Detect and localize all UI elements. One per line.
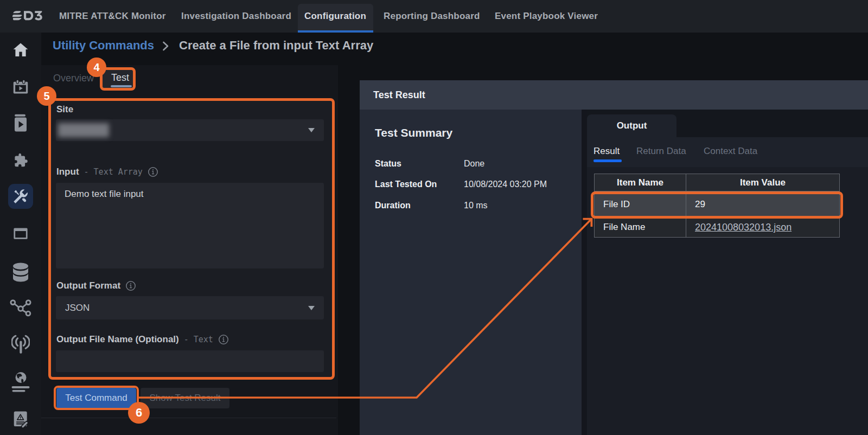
nav-item-label: Investigation Dashboard	[181, 11, 291, 22]
antenna-icon[interactable]	[11, 335, 30, 354]
subtab-result[interactable]: Result	[593, 146, 620, 157]
nav-item-label: Reporting Dashboard	[384, 11, 480, 22]
database-icon[interactable]	[12, 263, 29, 282]
video-book-icon[interactable]	[14, 114, 27, 132]
column-header-item-value: Item Value	[686, 174, 840, 191]
test-result-header: Test Result	[360, 80, 868, 110]
nav-item-event-playbook-viewer[interactable]: Event Playbook Viewer	[495, 0, 598, 33]
last-tested-on-label: Last Tested On	[375, 180, 437, 189]
file-name-name-cell: File Name	[595, 218, 686, 238]
subtab-return-data[interactable]: Return Data	[636, 146, 686, 157]
show-test-result-button-label: Show Test Result	[149, 393, 220, 404]
annotation-box-file-id-row	[591, 191, 843, 219]
last-tested-on-value: 10/08/2024 03:20 PM	[464, 180, 547, 189]
duration-value: 10 ms	[464, 201, 488, 210]
app-window: MITRE ATT&CK Monitor Investigation Dashb…	[0, 0, 868, 435]
nav-item-label: MITRE ATT&CK Monitor	[59, 11, 166, 22]
d3-logo[interactable]	[11, 10, 43, 21]
nav-item-label: Event Playbook Viewer	[495, 11, 598, 22]
calendar-play-icon[interactable]	[12, 79, 29, 95]
tools-icon[interactable]	[12, 188, 29, 204]
nav-item-reporting-dashboard[interactable]: Reporting Dashboard	[384, 0, 480, 33]
document-alert-icon[interactable]	[14, 411, 28, 428]
nav-item-investigation-dashboard[interactable]: Investigation Dashboard	[181, 0, 291, 33]
table-row-file-name[interactable]: File Name 20241008032013.json	[595, 218, 840, 238]
annotation-box-form	[48, 98, 335, 380]
test-result-title: Test Result	[373, 89, 425, 101]
status-label: Status	[375, 159, 401, 169]
tab-output-label: Output	[617, 120, 647, 131]
breadcrumb-parent-link[interactable]: Utility Commands	[53, 39, 154, 53]
panel-gap-divider	[582, 110, 587, 435]
file-name-value-cell: 20241008032013.json	[686, 218, 840, 238]
nav-active-underline	[298, 30, 373, 33]
show-test-result-button[interactable]: Show Test Result	[141, 388, 229, 408]
file-name-link[interactable]: 20241008032013.json	[695, 222, 792, 233]
nav-item-label: Configuration	[304, 11, 366, 22]
test-summary-title: Test Summary	[375, 126, 452, 139]
annotation-box-test-command	[54, 386, 139, 410]
annotation-badge-5: 5	[37, 86, 56, 106]
status-value: Done	[464, 159, 484, 169]
nav-item-mitre-attack-monitor[interactable]: MITRE ATT&CK Monitor	[59, 0, 166, 33]
home-icon[interactable]	[12, 41, 29, 59]
puzzle-icon[interactable]	[12, 152, 29, 168]
annotation-badge-6: 6	[128, 402, 150, 424]
subtab-result-active-underline	[593, 159, 622, 162]
left-panel-divider	[41, 418, 336, 418]
share-nodes-icon[interactable]	[10, 299, 31, 317]
breadcrumb-current-page: Create a File from input Text Array	[179, 39, 373, 53]
breadcrumb-chevron-icon	[162, 41, 169, 53]
globe-publish-icon[interactable]	[11, 372, 30, 393]
tab-overview[interactable]: Overview	[53, 73, 94, 84]
top-nav-bar: MITRE ATT&CK Monitor Investigation Dashb…	[0, 0, 868, 33]
column-header-item-name: Item Name	[595, 174, 686, 191]
annotation-badge-4: 4	[87, 57, 106, 77]
duration-label: Duration	[375, 201, 411, 210]
subtab-context-data[interactable]: Context Data	[704, 146, 757, 157]
calendar-icon[interactable]	[12, 225, 29, 241]
result-table-header-row: Item Name Item Value	[595, 174, 840, 191]
nav-item-configuration[interactable]: Configuration	[304, 0, 366, 33]
tab-output[interactable]: Output	[587, 114, 676, 137]
